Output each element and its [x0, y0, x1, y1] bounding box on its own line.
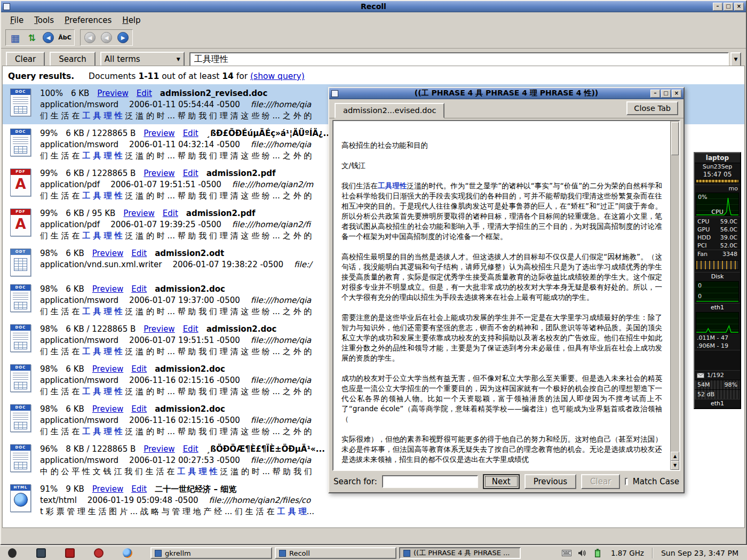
battery-icon[interactable] — [592, 548, 603, 558]
preview-window: ((工 PHRASE 4 具 PHRASE 4 理 PHRASE 4 性)) –… — [328, 87, 685, 493]
preview-close-button[interactable]: × — [672, 90, 681, 98]
edit-link[interactable]: Edit — [131, 284, 147, 294]
file-icon-odt[interactable]: ODT — [8, 247, 33, 277]
menu-help[interactable]: Help — [117, 14, 145, 26]
taskbar-task[interactable]: gkrellm — [150, 547, 272, 559]
abstract-segment: 们 生 活 在 — [40, 347, 82, 356]
preview-link[interactable]: Preview — [92, 284, 123, 294]
file-icon-doc[interactable]: DOC — [8, 87, 33, 117]
abstract-segment: 工 具 理 性 — [177, 467, 218, 476]
edit-link[interactable]: Edit — [183, 324, 198, 334]
edit-link[interactable]: Edit — [183, 444, 198, 454]
preview-link[interactable]: Preview — [144, 444, 174, 454]
find-input[interactable] — [382, 475, 478, 488]
nav-first-button[interactable]: ◀ — [83, 31, 97, 44]
terminal-icon[interactable] — [64, 547, 76, 559]
scroll-up-button[interactable]: ▲ — [671, 452, 679, 461]
edit-link[interactable]: Edit — [131, 364, 147, 374]
file-icon-doc[interactable]: DOC — [8, 443, 33, 473]
term-explorer-button[interactable]: ◀ — [41, 31, 55, 44]
preview-text-area[interactable]: 高校招生的社会功能和目的文/钱江我们生活在工具理性泛滥的时代。作为“世之显学”的… — [332, 120, 680, 471]
search-mode-combo[interactable]: All terms ▼ — [100, 52, 185, 67]
file-icon-doc[interactable]: DOC — [8, 403, 33, 433]
term-explorer-icon: ◀ — [43, 32, 54, 43]
sensor-name: CPU — [697, 218, 709, 226]
keyboard-layout-icon[interactable] — [561, 548, 572, 558]
edit-link[interactable]: Edit — [131, 484, 147, 494]
preview-tab[interactable]: admission2...evised.doc — [335, 103, 444, 118]
screen-icon[interactable] — [35, 547, 47, 559]
sensor-name: GPU — [697, 226, 710, 234]
preview-link[interactable]: Preview — [92, 484, 123, 494]
firefox-icon[interactable] — [122, 547, 133, 559]
preview-link[interactable]: Preview — [92, 249, 123, 258]
menu-file[interactable]: File — [5, 14, 28, 26]
preview-maximize-button[interactable]: □ — [661, 90, 671, 98]
mail-icon2[interactable] — [93, 547, 105, 559]
results-header: Query results. Documents 1-11 out of at … — [3, 66, 744, 84]
abstract-segment: 工 具 理 性 — [82, 111, 123, 121]
search-input[interactable] — [189, 52, 729, 67]
close-button[interactable]: × — [734, 3, 744, 11]
nav-forward-button[interactable]: ▶ — [116, 31, 130, 44]
find-clear-button[interactable]: Clear — [581, 474, 620, 489]
taskbar-task[interactable]: Recoll — [275, 547, 396, 559]
search-button[interactable]: Search — [50, 52, 96, 67]
preview-link[interactable]: Preview — [92, 364, 123, 374]
result-line1: 98%6 KBPreviewEditadmission2.doc — [40, 403, 322, 415]
preview-link[interactable]: Preview — [123, 209, 154, 218]
preview-link[interactable]: Preview — [144, 169, 174, 178]
file-icon-doc[interactable]: DOC — [8, 323, 33, 353]
gkrellm-monitor[interactable]: laptop Sun23Sep 15:47 05 mo 0% CPU CPU59… — [694, 152, 741, 409]
edit-link[interactable]: Edit — [131, 249, 147, 258]
maximize-button[interactable]: □ — [724, 3, 733, 11]
preview-minimize-button[interactable]: – — [650, 90, 660, 98]
minimize-button[interactable]: – — [713, 3, 722, 11]
taskbar-task[interactable]: ((工 PHRASE 4 具 PHRASE ... — [399, 547, 521, 559]
file-icon-doc[interactable]: DOC — [8, 127, 33, 157]
find-next-button[interactable]: Next — [483, 474, 520, 489]
next-page-link[interactable]: Next — [362, 527, 385, 528]
match-case-checkbox[interactable] — [625, 478, 627, 485]
edit-link[interactable]: Edit — [183, 169, 198, 178]
scrollbar-thumb[interactable] — [671, 122, 679, 155]
edit-link[interactable]: Edit — [183, 129, 198, 138]
show-query-link[interactable]: (show query) — [250, 71, 305, 81]
abstract-segment: 们 生 活 在 — [40, 111, 82, 121]
doc-history-button[interactable]: ▦ — [8, 31, 22, 44]
abstract-segment: 中 的 公 平 性 文 钱 江 我 们 生 活 在 — [40, 467, 177, 476]
volume-icon[interactable] — [577, 548, 587, 558]
menu-preferences[interactable]: Preferences — [60, 14, 116, 26]
result-size: 8 KB / 1228865 B — [66, 444, 136, 454]
preview-titlebar[interactable]: ((工 PHRASE 4 具 PHRASE 4 理 PHRASE 4 性)) –… — [329, 88, 684, 99]
file-icon-pdf[interactable]: PDFA — [8, 207, 33, 237]
recoll-titlebar[interactable]: Recoll – □ × — [1, 1, 746, 12]
preview-tab-bar: admission2...evised.doc Close Tab — [329, 99, 684, 118]
spellcheck-button[interactable]: ÂbC — [58, 31, 72, 44]
query-history-button[interactable]: ▼ — [730, 52, 741, 67]
file-icon-doc[interactable]: DOC — [8, 363, 33, 393]
file-icon-pdf[interactable]: PDFA — [8, 167, 33, 197]
toolbar-group-tools: ▦ ⇅ ◀ ÂbC — [5, 29, 75, 46]
preview-link[interactable]: Preview — [144, 129, 174, 138]
preview-link[interactable]: Preview — [97, 89, 128, 98]
preview-scrollbar[interactable]: ▲ ▼ — [670, 121, 679, 470]
preview-link[interactable]: Preview — [92, 404, 123, 414]
file-icon-doc[interactable]: DOC — [8, 283, 33, 313]
sort-button[interactable]: ⇅ — [25, 31, 39, 44]
footprints-icon[interactable] — [6, 547, 18, 559]
edit-link[interactable]: Edit — [163, 209, 178, 218]
menu-tools[interactable]: Tools — [29, 14, 59, 26]
scroll-down-button[interactable]: ▼ — [671, 461, 679, 470]
edit-link[interactable]: Edit — [131, 404, 147, 414]
clear-button[interactable]: Clear — [6, 52, 45, 67]
close-tab-button[interactable]: Close Tab — [626, 101, 678, 115]
edit-link[interactable]: Edit — [137, 89, 152, 98]
result-abstract: 们 生 活 在 工 具 理 性 泛 滥 的 时 ... 帮 助 我 们 理 清 … — [40, 426, 322, 437]
file-icon-html[interactable]: HTML — [8, 483, 33, 513]
find-previous-button[interactable]: Previous — [525, 474, 576, 489]
result-line1: 98%6 KBPreviewEditadmission2.odt — [40, 247, 322, 259]
preview-link[interactable]: Preview — [144, 324, 174, 334]
clock-krell — [696, 179, 739, 183]
nav-back-button[interactable]: ◀ — [99, 31, 114, 44]
